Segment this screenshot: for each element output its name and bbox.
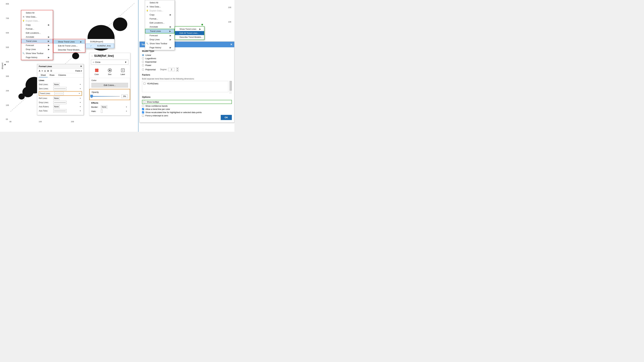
factors-scrollbar[interactable]	[230, 81, 232, 94]
format-lines-header: Format Lines ✕	[37, 64, 84, 69]
menu-forecast[interactable]: Forecast ▶	[21, 43, 53, 47]
radio-logarithmic-input[interactable]	[142, 57, 144, 59]
toolbar-grid-icon[interactable]: ⊞	[47, 70, 49, 72]
drop-lines-row: Drop Lines: ——————	[39, 101, 82, 104]
show-confidence-label: Show confidence bands	[146, 105, 168, 107]
submenu-arrow: ▶	[48, 40, 50, 42]
submenu-edit-all-trend-lines[interactable]: Edit All Trend Lines...	[54, 44, 85, 48]
axis-ticks-select[interactable]: ——————	[53, 109, 66, 112]
format-lines-panel: Format Lines ✕ A ≡ ◎ ⊞ ☰ Fields ▾ Sheet …	[37, 64, 84, 115]
right-context-menu: Select All ⊞ View Data... 💡 Explain Data…	[145, 0, 175, 50]
opacity-slider-track[interactable]	[92, 96, 120, 97]
r-menu-trend-lines[interactable]: Trend Lines ▶	[145, 29, 174, 33]
r-menu-edit-locations[interactable]: Edit Locations...	[145, 21, 174, 25]
tab-rows[interactable]: Rows	[48, 73, 56, 77]
menu-copy[interactable]: Copy ▶	[21, 23, 53, 27]
factors-heading: Factors	[142, 73, 232, 76]
radio-exponential-input[interactable]	[142, 61, 144, 63]
border-select[interactable]: None	[101, 105, 107, 109]
r-menu-show-view-toolbar[interactable]: 🔍 Show View Toolbar	[145, 41, 174, 45]
submenu-arrow: ▶	[170, 25, 171, 28]
toolbar-a-icon[interactable]: A	[39, 70, 40, 72]
edit-colors-btn[interactable]: Edit Colors...	[92, 83, 128, 87]
color-dots-icon	[94, 68, 99, 73]
border-label: Border:	[91, 106, 101, 108]
menu-drop-lines[interactable]: Drop Lines ▶	[21, 47, 53, 51]
axis-rulers-select[interactable]: None	[53, 105, 60, 108]
menu-select-all[interactable]: Select All	[21, 11, 53, 15]
size-btn[interactable]: Size	[106, 67, 114, 76]
r-submenu-edit-all-trend-lines[interactable]: Edit All Trend Lines...	[175, 31, 204, 35]
r-menu-forecast[interactable]: Forecast ▶	[145, 33, 174, 37]
degree-down-btn[interactable]: ▼	[176, 69, 178, 71]
menu-format[interactable]: Format...	[21, 27, 53, 31]
mark-type-select[interactable]: ○ Circle ▼	[91, 60, 128, 64]
axis-ticks-row: Axis Ticks: ——————	[39, 109, 82, 112]
force-y-intercept-checkbox[interactable]	[142, 115, 144, 117]
toolbar-list-icon[interactable]: ☰	[50, 70, 52, 72]
halo-select[interactable]	[101, 110, 102, 113]
tab-columns[interactable]: Columns	[56, 73, 68, 77]
svg-point-13	[109, 69, 110, 71]
trend-lines-select[interactable]: - - - - - - -	[54, 92, 64, 95]
drop-lines-select[interactable]: ——————	[53, 101, 66, 104]
grid-lines-select[interactable]: None	[53, 83, 60, 86]
options-heading: Options	[142, 96, 232, 98]
show-recalculated-checkbox[interactable]	[142, 111, 144, 113]
radio-power-input[interactable]	[142, 64, 144, 66]
submenu-arrow: ▶	[170, 34, 171, 37]
color-btn[interactable]: Color	[92, 67, 101, 76]
menu-annotate[interactable]: Annotate ▶	[21, 35, 53, 39]
submenu-arrow: ▶	[80, 40, 82, 43]
year-date-checkbox[interactable]	[144, 82, 146, 85]
menu-view-data[interactable]: ⊞ View Data...	[21, 15, 53, 19]
degree-up-btn[interactable]: ▲	[176, 67, 178, 69]
opacity-row: 0%	[92, 95, 128, 98]
zero-lines-select[interactable]: ——————	[53, 87, 66, 90]
r-menu-format[interactable]: Format...	[145, 17, 174, 21]
menu-show-view-toolbar[interactable]: 🔍 Show View Toolbar	[21, 51, 53, 55]
menu-edit-locations[interactable]: Edit Locations...	[21, 31, 53, 35]
r-submenu-describe-trend-models[interactable]: Describe Trend Models...	[175, 35, 204, 39]
r-menu-annotate[interactable]: Annotate ▶	[145, 25, 174, 29]
circle-type-icon: ○	[93, 61, 94, 63]
radio-polynomial-input[interactable]	[142, 68, 144, 71]
ok-btn[interactable]: OK	[221, 115, 232, 120]
radio-linear-input[interactable]	[142, 54, 144, 56]
toolbar-circle-icon[interactable]: ◎	[44, 70, 46, 72]
submenu-describe-trend-models[interactable]: Describe Trend Models...	[54, 48, 85, 52]
label-btn[interactable]: T Label	[118, 67, 127, 76]
border-row: Border: None	[91, 105, 128, 109]
close-trend-options-btn[interactable]: ✕	[230, 43, 232, 46]
tab-sheet[interactable]: Sheet	[39, 73, 48, 77]
menu-trend-lines[interactable]: Trend Lines ▶	[21, 39, 53, 43]
r-menu-page-history[interactable]: Page history ▶	[145, 45, 174, 49]
r-submenu-show-trend-lines[interactable]: Show Trend Lines ▶	[175, 27, 204, 31]
opacity-value-input[interactable]: 0%	[122, 95, 128, 98]
trend-lines-submenu: Show Trend Lines ▶ Edit All Trend Lines.…	[53, 39, 85, 53]
degree-input[interactable]: 2	[168, 68, 175, 71]
toolbar-lines-icon[interactable]: ≡	[42, 70, 43, 72]
sum-ref-line-item[interactable]: ✓ SUM(Ref_line)	[86, 44, 114, 48]
r-menu-view-data[interactable]: ⊞ View Data...	[145, 5, 174, 9]
ref-lines-select[interactable]: None	[53, 97, 60, 100]
close-format-lines-btn[interactable]: ✕	[80, 65, 82, 67]
scrollbar-thumb[interactable]	[230, 81, 232, 91]
show-recalculated-label: Show recalculated line for highlighted o…	[146, 111, 202, 114]
submenu-show-trend-lines[interactable]: Show Trend Lines ▶	[54, 40, 85, 44]
radio-polynomial: Polynomial Degree: 2 ▲ ▼	[142, 67, 232, 72]
magnify-icon: 🔍	[22, 52, 25, 54]
menu-page-history[interactable]: Page history ▶	[21, 55, 53, 59]
halo-label: Halo:	[91, 110, 101, 112]
allow-per-color-checkbox[interactable]	[142, 108, 144, 110]
right-trend-submenu: Show Trend Lines ▶ Edit All Trend Lines.…	[175, 26, 204, 40]
r-menu-copy[interactable]: Copy ▶	[145, 13, 174, 17]
r-menu-drop-lines[interactable]: Drop Lines ▶	[145, 37, 174, 41]
opacity-slider-thumb[interactable]	[90, 95, 93, 98]
fields-btn[interactable]: Fields ▾	[75, 70, 82, 72]
show-confidence-checkbox[interactable]	[142, 105, 144, 107]
r-menu-select-all[interactable]: Select All	[145, 1, 174, 5]
show-tooltips-checkbox[interactable]	[143, 101, 146, 103]
sum-dimport-item[interactable]: SUM(dImport)	[86, 39, 114, 44]
year-date-factor: YEAR(Date)	[144, 82, 227, 85]
